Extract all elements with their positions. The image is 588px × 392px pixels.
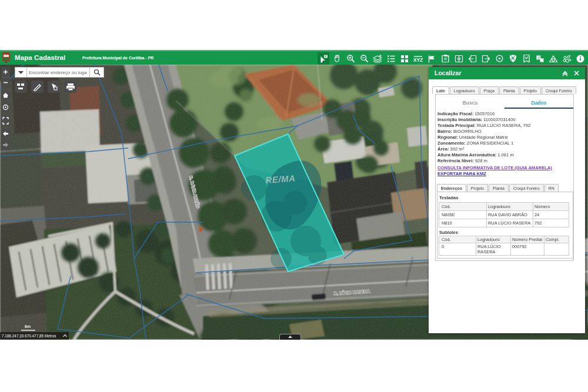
svg-text:RE/MA: RE/MA (265, 173, 296, 185)
svg-text:XYZ: XYZ (413, 57, 423, 63)
svg-text:6m: 6m (25, 324, 31, 329)
